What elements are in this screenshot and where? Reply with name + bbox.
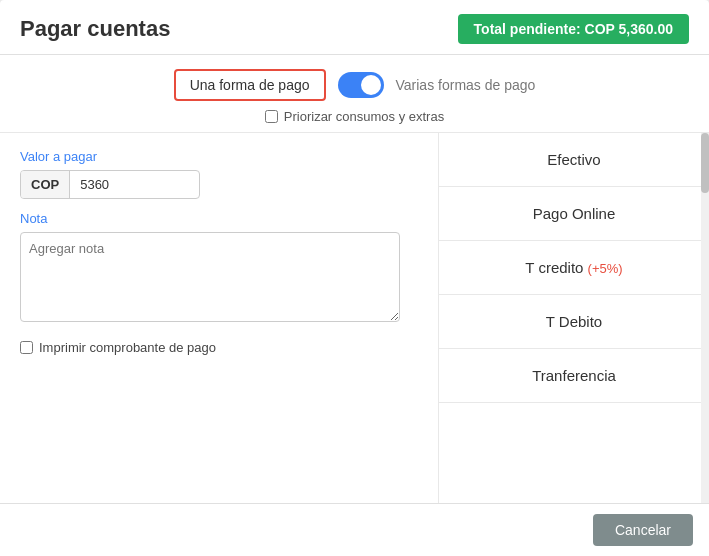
imprimir-checkbox[interactable] (20, 341, 33, 354)
modal-header: Pagar cuentas Total pendiente: COP 5,360… (0, 0, 709, 55)
nota-label: Nota (20, 211, 422, 226)
modal-title: Pagar cuentas (20, 16, 170, 42)
modal-container: Pagar cuentas Total pendiente: COP 5,360… (0, 0, 709, 556)
tcredito-surcharge: (+5%) (588, 261, 623, 276)
payment-mode-toggle[interactable] (338, 72, 384, 98)
payment-option-label: Pago Online (533, 205, 616, 222)
payment-option-label: T credito (525, 259, 587, 276)
priorizar-checkbox[interactable] (265, 110, 278, 123)
nota-textarea[interactable] (20, 232, 400, 322)
toggle-slider (338, 72, 384, 98)
imprimir-label: Imprimir comprobante de pago (39, 340, 216, 355)
currency-input-row: COP (20, 170, 200, 199)
imprimir-row: Imprimir comprobante de pago (20, 340, 422, 355)
payment-option-label: Efectivo (547, 151, 600, 168)
scrollbar-track (701, 133, 709, 503)
total-badge: Total pendiente: COP 5,360.00 (458, 14, 689, 44)
priorizar-row: Priorizar consumos y extras (0, 105, 709, 132)
payment-option-tdebito[interactable]: T Debito (439, 295, 709, 349)
currency-tag: COP (21, 171, 70, 198)
payment-mode-row: Una forma de pago Varias formas de pago (0, 55, 709, 105)
payment-option-label: Tranferencia (532, 367, 616, 384)
priorizar-label: Priorizar consumos y extras (284, 109, 444, 124)
payment-option-label: T Debito (546, 313, 602, 330)
payment-option-pagoonline[interactable]: Pago Online (439, 187, 709, 241)
varias-formas-label: Varias formas de pago (396, 77, 536, 93)
left-panel: Valor a pagar COP Nota Imprimir comproba… (0, 133, 439, 503)
payment-option-tranferencia[interactable]: Tranferencia (439, 349, 709, 403)
right-panel: Efectivo Pago Online T credito (+5%) T D… (439, 133, 709, 503)
scrollbar-thumb[interactable] (701, 133, 709, 193)
amount-input[interactable] (70, 171, 170, 198)
una-forma-btn[interactable]: Una forma de pago (174, 69, 326, 101)
payment-option-efectivo[interactable]: Efectivo (439, 133, 709, 187)
payment-option-tcredito[interactable]: T credito (+5%) (439, 241, 709, 295)
modal-body: Valor a pagar COP Nota Imprimir comproba… (0, 132, 709, 503)
modal-footer: Cancelar (0, 503, 709, 556)
cancel-button[interactable]: Cancelar (593, 514, 693, 546)
valor-label: Valor a pagar (20, 149, 422, 164)
